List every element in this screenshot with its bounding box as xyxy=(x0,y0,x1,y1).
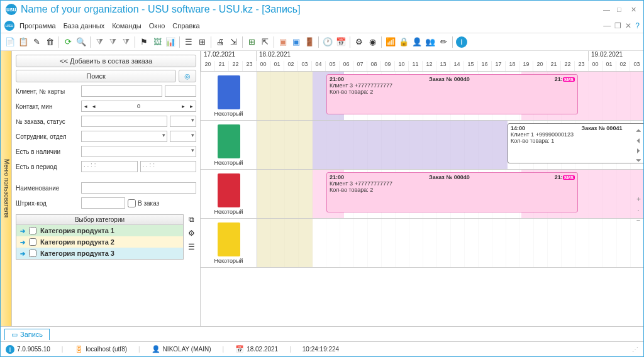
zoom-in-icon[interactable]: ＋ xyxy=(633,194,643,204)
tool-color-icon[interactable]: ◉ xyxy=(367,36,378,48)
tool-brush-icon[interactable]: ✏ xyxy=(438,36,449,48)
date-label: 18.02.2021 xyxy=(247,346,278,353)
tool-users-icon[interactable]: 👥 xyxy=(425,36,436,48)
product-cell[interactable]: Некоторый xyxy=(201,219,257,267)
tool-new-icon[interactable]: 📄 xyxy=(4,36,16,48)
tool-edit-icon[interactable]: ✎ xyxy=(31,36,42,48)
maximize-button[interactable]: □ xyxy=(617,6,625,13)
category-row-1[interactable]: ➔Категория продукта 1 xyxy=(16,225,183,236)
gantt-task[interactable]: 14:00Заказ № 0004114:00Клиент 1 +9999000… xyxy=(508,123,643,163)
tool-excel-icon[interactable]: ⊞ xyxy=(246,36,257,48)
add-to-order-button[interactable]: << Добавить в состав заказа xyxy=(16,55,196,67)
gantt-row: Некоторый xyxy=(201,219,643,268)
barcode-input[interactable] xyxy=(81,197,125,209)
tool-gear-icon[interactable]: ⚙ xyxy=(353,36,365,48)
mdi-close-icon[interactable]: ✕ xyxy=(625,21,631,30)
product-cell[interactable]: Некоторый xyxy=(201,170,257,218)
period-to-input[interactable]: . . : : xyxy=(140,161,197,172)
client-label: Клиент, № карты xyxy=(16,88,79,95)
settings-icon[interactable]: ⚙ xyxy=(186,228,196,238)
tool-chart-icon[interactable]: 📊 xyxy=(165,36,176,48)
tool-import-icon[interactable]: ⇱ xyxy=(259,36,270,48)
tool-export-icon[interactable]: ⇲ xyxy=(228,36,239,48)
search-target-icon[interactable]: ◎ xyxy=(179,70,196,82)
instock-combo[interactable] xyxy=(81,146,196,157)
tool-filter2-icon[interactable]: ⧩ xyxy=(107,36,118,48)
gantt-track[interactable] xyxy=(257,219,643,267)
gantt-track[interactable]: 21:00Заказ № 0004021:SMSКлиент 3 +777777… xyxy=(257,170,643,218)
status-combo[interactable] xyxy=(170,116,196,127)
tool-clock-icon[interactable]: 🕐 xyxy=(322,36,333,48)
employee-label: Сотрудник, отдел xyxy=(16,133,79,140)
dept-combo[interactable] xyxy=(170,131,196,142)
scroll-up-icon[interactable]: ⏶ xyxy=(633,126,643,134)
inperiod-label: Есть в период xyxy=(16,163,79,170)
mdi-restore-icon[interactable]: ❐ xyxy=(614,21,621,30)
menubar: usu Программа База данных Команды Окно С… xyxy=(1,18,643,33)
tool-delete-icon[interactable]: 🗑 xyxy=(44,36,55,48)
tool-flag-icon[interactable]: ⚑ xyxy=(138,36,150,48)
tool-refresh-icon[interactable]: ⟳ xyxy=(62,36,74,48)
zoom-reset-icon[interactable]: · xyxy=(633,206,643,214)
contact-spinner[interactable]: ◂◂0▸▸ xyxy=(81,101,196,112)
category-row-2[interactable]: ➔Категория продукта 2 xyxy=(16,236,183,248)
tool-tree-icon[interactable]: ⊞ xyxy=(196,36,208,48)
scroll-down-icon[interactable]: ⏷ xyxy=(633,157,643,164)
product-cell[interactable]: Некоторый xyxy=(201,121,257,169)
mdi-minimize-icon[interactable]: — xyxy=(603,21,611,30)
list-icon[interactable]: ☰ xyxy=(186,242,196,252)
name-input[interactable] xyxy=(81,182,196,194)
tool-filter-icon[interactable]: ⧩ xyxy=(94,36,105,48)
period-from-input[interactable]: . . : : xyxy=(81,161,138,172)
minimize-button[interactable]: — xyxy=(603,6,611,13)
scroll-left-icon[interactable]: ⏴ xyxy=(633,136,643,144)
gantt-track[interactable]: 14:00Заказ № 0004114:00Клиент 1 +9999000… xyxy=(257,121,643,169)
employee-combo[interactable] xyxy=(81,131,167,142)
date-header-3: 19.02.2021 xyxy=(589,51,643,61)
tool-lock-icon[interactable]: 🔒 xyxy=(398,36,409,48)
user-label: NIKOLAY (MAIN) xyxy=(163,346,211,353)
menu-window[interactable]: Окно xyxy=(149,22,165,30)
order-label: № заказа, статус xyxy=(16,118,79,125)
tool-search-icon[interactable]: 🔍 xyxy=(75,36,87,48)
client-input[interactable] xyxy=(81,85,162,97)
to-order-checkbox[interactable] xyxy=(128,199,136,207)
tool-window2-icon[interactable]: ▣ xyxy=(291,36,302,48)
tool-list-icon[interactable]: ☰ xyxy=(183,36,194,48)
tool-print-icon[interactable]: 🖨 xyxy=(214,36,226,48)
scroll-right-icon[interactable]: ⏵ xyxy=(633,146,643,154)
search-button[interactable]: Поиск xyxy=(16,70,176,82)
tool-calendar-icon[interactable]: 📅 xyxy=(335,36,347,48)
tool-image-icon[interactable]: 🖼 xyxy=(152,36,163,48)
tool-window-icon[interactable]: ▣ xyxy=(277,36,289,48)
gantt-task[interactable]: 21:00Заказ № 0004021:SMSКлиент 3 +777777… xyxy=(326,172,578,212)
tool-exit-icon[interactable]: 🚪 xyxy=(304,36,315,48)
menu-program[interactable]: Программа xyxy=(19,22,56,30)
cat-check-2[interactable] xyxy=(29,238,36,246)
gantt-track[interactable]: 21:00Заказ № 0004021:SMSКлиент 3 +777777… xyxy=(257,72,643,120)
card-input[interactable] xyxy=(165,85,196,97)
tool-filter3-icon[interactable]: ⧩ xyxy=(120,36,131,48)
help-icon[interactable]: ? xyxy=(635,21,640,30)
category-row-3[interactable]: ➔Категория продукта 3 xyxy=(16,248,183,259)
menu-commands[interactable]: Команды xyxy=(112,22,142,30)
menu-help[interactable]: Справка xyxy=(172,22,199,30)
tool-copy-icon[interactable]: 📋 xyxy=(18,36,29,48)
tool-rss-icon[interactable]: 📶 xyxy=(385,36,396,48)
gantt-task[interactable]: 21:00Заказ № 0004021:SMSКлиент 3 +777777… xyxy=(326,74,578,114)
date-header-2: 18.02.2021 xyxy=(257,51,589,61)
tool-user-icon[interactable]: 👤 xyxy=(411,36,423,48)
copy-icon[interactable]: ⧉ xyxy=(186,214,196,224)
user-menu-tab[interactable]: Меню пользователя xyxy=(1,51,12,326)
close-button[interactable]: ✕ xyxy=(631,6,638,13)
grip-icon[interactable]: ⋰ xyxy=(632,346,638,353)
order-input[interactable] xyxy=(81,116,167,127)
cat-check-3[interactable] xyxy=(29,250,36,257)
hour-row: 2021222300010203040506070809101112131415… xyxy=(201,61,643,71)
zoom-out-icon[interactable]: − xyxy=(633,216,643,224)
tab-record[interactable]: ▭Запись xyxy=(4,329,50,340)
product-cell[interactable]: Некоторый xyxy=(201,72,257,120)
tool-info-icon[interactable]: i xyxy=(456,36,467,48)
menu-database[interactable]: База данных xyxy=(64,22,105,30)
cat-check-1[interactable] xyxy=(29,227,36,234)
